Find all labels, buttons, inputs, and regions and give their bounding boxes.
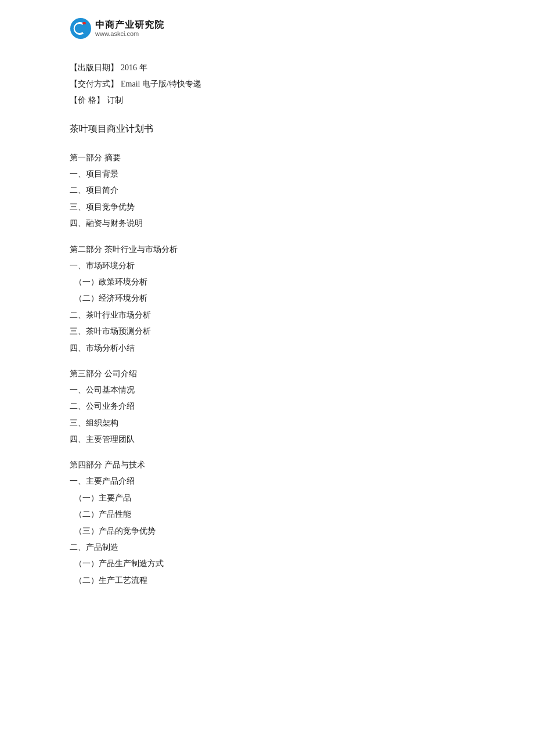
doc-title: 茶叶项目商业计划书 bbox=[70, 123, 464, 135]
toc-item: 二、项目简介 bbox=[70, 184, 464, 197]
meta-section: 【出版日期】 2016 年 【交付方式】 Email 电子版/特快专递 【价 格… bbox=[70, 63, 464, 106]
publish-date-value: 2016 年 bbox=[121, 63, 147, 73]
toc-item: 一、市场环境分析 bbox=[70, 260, 464, 272]
toc-item: 三、茶叶市场预测分析 bbox=[70, 325, 464, 338]
toc-item: 三、组织架构 bbox=[70, 417, 464, 430]
logo-main-text: 中商产业研究院 bbox=[95, 19, 164, 30]
toc-section: 第一部分 摘要一、项目背景二、项目简介三、项目竞争优势四、融资与财务说明第二部分… bbox=[70, 153, 464, 587]
toc-item: 四、主要管理团队 bbox=[70, 433, 464, 446]
svg-rect-1 bbox=[82, 22, 86, 24]
toc-item: （二）产品性能 bbox=[70, 508, 464, 521]
toc-item: （二）经济环境分析 bbox=[70, 292, 464, 305]
toc-item: 四、市场分析小结 bbox=[70, 342, 464, 355]
svg-point-0 bbox=[70, 18, 91, 39]
price-label: 【价 格】 bbox=[70, 95, 104, 106]
toc-item: 二、茶叶行业市场分析 bbox=[70, 309, 464, 322]
logo-area: 中商产业研究院 www.askci.com bbox=[70, 17, 464, 39]
toc-item: 二、产品制造 bbox=[70, 541, 464, 554]
toc-part-title-2: 第三部分 公司介绍 bbox=[70, 369, 464, 379]
toc-item: 三、项目竞争优势 bbox=[70, 201, 464, 214]
price-value: 订制 bbox=[107, 95, 123, 106]
delivery-label: 【交付方式】 bbox=[70, 79, 118, 89]
logo-text-area: 中商产业研究院 www.askci.com bbox=[95, 19, 164, 38]
toc-part-title-3: 第四部分 产品与技术 bbox=[70, 460, 464, 470]
toc-part-title-1: 第二部分 茶叶行业与市场分析 bbox=[70, 244, 464, 255]
delivery-value: Email 电子版/特快专递 bbox=[121, 79, 201, 89]
meta-row-price: 【价 格】 订制 bbox=[70, 95, 464, 106]
meta-row-date: 【出版日期】 2016 年 bbox=[70, 63, 464, 73]
toc-item: （一）政策环境分析 bbox=[70, 276, 464, 289]
toc-item: （一）产品生产制造方式 bbox=[70, 557, 464, 570]
toc-item: 一、项目背景 bbox=[70, 168, 464, 181]
toc-item: （二）生产工艺流程 bbox=[70, 574, 464, 587]
page-container: 中商产业研究院 www.askci.com 【出版日期】 2016 年 【交付方… bbox=[0, 0, 534, 756]
toc-item: 二、公司业务介绍 bbox=[70, 400, 464, 413]
meta-row-delivery: 【交付方式】 Email 电子版/特快专递 bbox=[70, 79, 464, 89]
publish-date-label: 【出版日期】 bbox=[70, 63, 118, 73]
toc-item: （一）主要产品 bbox=[70, 492, 464, 505]
toc-item: （三）产品的竞争优势 bbox=[70, 525, 464, 538]
toc-item: 四、融资与财务说明 bbox=[70, 217, 464, 230]
logo-icon bbox=[70, 17, 92, 39]
toc-item: 一、公司基本情况 bbox=[70, 384, 464, 397]
toc-item: 一、主要产品介绍 bbox=[70, 475, 464, 488]
logo-sub-text: www.askci.com bbox=[95, 30, 164, 38]
toc-part-title-0: 第一部分 摘要 bbox=[70, 153, 464, 163]
